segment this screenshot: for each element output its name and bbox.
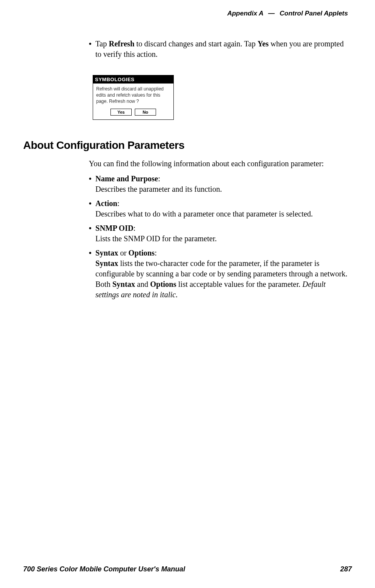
page-footer: 700 Series Color Mobile Computer User's … <box>23 565 352 573</box>
bullet-icon: • <box>89 39 92 60</box>
header-title: Control Panel Applets <box>280 10 348 17</box>
section-intro-para: You can find the following information a… <box>89 159 348 169</box>
footer-manual-title: 700 Series Color Mobile Computer User's … <box>23 565 185 573</box>
page-number: 287 <box>340 565 352 573</box>
header-dash: — <box>268 10 275 17</box>
param-syntax-options: • Syntax or Options: Syntax lists the tw… <box>89 248 348 300</box>
dialog-title: SYMBOLOGIES <box>93 75 173 84</box>
section-heading: About Configuration Parameters <box>23 139 348 152</box>
bullet-icon: • <box>89 248 92 300</box>
page-header: Appendix A — Control Panel Applets <box>23 8 352 17</box>
symbologies-dialog: SYMBOLOGIES Refresh will discard all una… <box>93 75 174 120</box>
param-action: • Action: Describes what to do with a pa… <box>89 198 348 219</box>
refresh-instruction: • Tap Refresh to discard changes and sta… <box>89 39 348 60</box>
refresh-text: Tap Refresh to discard changes and start… <box>95 39 348 60</box>
dialog-body: Refresh will discard all unapplied edits… <box>93 84 173 106</box>
no-button[interactable]: No <box>135 109 156 116</box>
yes-button[interactable]: Yes <box>110 109 132 116</box>
header-appendix: Appendix A <box>227 10 263 17</box>
bullet-icon: • <box>89 223 92 244</box>
param-name-purpose: • Name and Purpose: Describes the parame… <box>89 174 348 194</box>
bullet-icon: • <box>89 174 92 194</box>
bullet-icon: • <box>89 198 92 219</box>
param-snmp-oid: • SNMP OID: Lists the SNMP OID for the p… <box>89 223 348 244</box>
